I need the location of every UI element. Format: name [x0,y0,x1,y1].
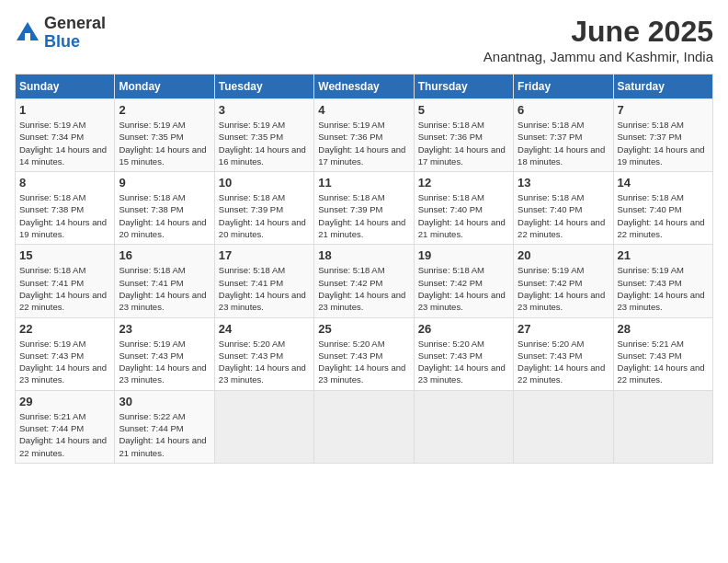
calendar-table: SundayMondayTuesdayWednesdayThursdayFrid… [15,74,713,464]
day-number: 11 [318,176,409,190]
day-info: Sunrise: 5:18 AMSunset: 7:42 PMDaylight:… [318,264,409,313]
calendar-cell: 16Sunrise: 5:18 AMSunset: 7:41 PMDayligh… [115,245,214,317]
calendar-cell: 1Sunrise: 5:19 AMSunset: 7:34 PMDaylight… [16,99,115,172]
day-number: 27 [518,322,609,336]
day-number: 13 [518,176,609,190]
day-info: Sunrise: 5:18 AMSunset: 7:38 PMDaylight:… [19,191,110,240]
day-info: Sunrise: 5:20 AMSunset: 7:43 PMDaylight:… [518,338,609,386]
calendar-cell: 26Sunrise: 5:20 AMSunset: 7:43 PMDayligh… [414,317,513,390]
day-info: Sunrise: 5:18 AMSunset: 7:37 PMDaylight:… [618,119,709,167]
day-number: 3 [219,103,310,117]
day-number: 25 [318,322,409,336]
day-info: Sunrise: 5:20 AMSunset: 7:43 PMDaylight:… [418,338,509,386]
header-tuesday: Tuesday [214,75,313,99]
month-title: June 2025 [483,15,713,49]
header-saturday: Saturday [613,75,712,99]
day-info: Sunrise: 5:18 AMSunset: 7:41 PMDaylight:… [19,264,110,313]
calendar-cell: 5Sunrise: 5:18 AMSunset: 7:36 PMDaylight… [414,99,513,172]
calendar-cell: 22Sunrise: 5:19 AMSunset: 7:43 PMDayligh… [16,317,115,390]
day-number: 17 [219,248,310,262]
day-number: 4 [318,103,409,117]
logo-general: General [44,15,106,33]
day-info: Sunrise: 5:19 AMSunset: 7:43 PMDaylight:… [19,338,110,386]
day-number: 6 [518,103,609,117]
calendar-cell: 8Sunrise: 5:18 AMSunset: 7:38 PMDaylight… [16,172,115,245]
calendar-cell: 25Sunrise: 5:20 AMSunset: 7:43 PMDayligh… [314,317,414,390]
day-info: Sunrise: 5:18 AMSunset: 7:39 PMDaylight:… [219,191,310,240]
day-number: 23 [119,322,210,336]
calendar-cell: 2Sunrise: 5:19 AMSunset: 7:35 PMDaylight… [115,99,214,172]
day-info: Sunrise: 5:19 AMSunset: 7:34 PMDaylight:… [19,119,110,167]
day-number: 24 [219,322,310,336]
day-info: Sunrise: 5:18 AMSunset: 7:42 PMDaylight:… [418,264,509,313]
calendar-cell: 10Sunrise: 5:18 AMSunset: 7:39 PMDayligh… [214,172,313,245]
calendar-week-1: 1Sunrise: 5:19 AMSunset: 7:34 PMDaylight… [16,99,713,172]
calendar-cell: 4Sunrise: 5:19 AMSunset: 7:36 PMDaylight… [314,99,414,172]
calendar-cell: 29Sunrise: 5:21 AMSunset: 7:44 PMDayligh… [16,390,115,463]
day-number: 12 [418,176,509,190]
calendar-cell: 23Sunrise: 5:19 AMSunset: 7:43 PMDayligh… [115,317,214,390]
day-info: Sunrise: 5:19 AMSunset: 7:42 PMDaylight:… [518,264,609,313]
day-info: Sunrise: 5:21 AMSunset: 7:43 PMDaylight:… [618,338,709,386]
calendar-cell: 6Sunrise: 5:18 AMSunset: 7:37 PMDaylight… [514,99,613,172]
day-number: 22 [19,322,110,336]
calendar-cell [514,390,613,463]
calendar-cell: 19Sunrise: 5:18 AMSunset: 7:42 PMDayligh… [414,245,513,317]
calendar-cell: 18Sunrise: 5:18 AMSunset: 7:42 PMDayligh… [314,245,414,317]
day-number: 16 [119,248,210,262]
calendar-cell: 27Sunrise: 5:20 AMSunset: 7:43 PMDayligh… [514,317,613,390]
day-info: Sunrise: 5:18 AMSunset: 7:38 PMDaylight:… [119,191,210,240]
day-number: 28 [618,322,709,336]
day-number: 21 [618,248,709,262]
page-header: General Blue June 2025 Anantnag, Jammu a… [15,15,713,64]
calendar-cell: 14Sunrise: 5:18 AMSunset: 7:40 PMDayligh… [613,172,712,245]
day-number: 14 [618,176,709,190]
header-friday: Friday [514,75,613,99]
header-sunday: Sunday [16,75,115,99]
calendar-cell: 9Sunrise: 5:18 AMSunset: 7:38 PMDaylight… [115,172,214,245]
day-info: Sunrise: 5:22 AMSunset: 7:44 PMDaylight:… [119,410,210,459]
logo-blue: Blue [44,33,106,52]
calendar-cell: 28Sunrise: 5:21 AMSunset: 7:43 PMDayligh… [613,317,712,390]
location-title: Anantnag, Jammu and Kashmir, India [483,49,713,64]
calendar-week-3: 15Sunrise: 5:18 AMSunset: 7:41 PMDayligh… [16,245,713,317]
day-info: Sunrise: 5:20 AMSunset: 7:43 PMDaylight:… [318,338,409,386]
day-number: 18 [318,248,409,262]
svg-rect-1 [25,33,30,40]
day-number: 20 [518,248,609,262]
calendar-cell: 17Sunrise: 5:18 AMSunset: 7:41 PMDayligh… [214,245,313,317]
calendar-cell: 11Sunrise: 5:18 AMSunset: 7:39 PMDayligh… [314,172,414,245]
calendar-cell: 20Sunrise: 5:19 AMSunset: 7:42 PMDayligh… [514,245,613,317]
header-row: SundayMondayTuesdayWednesdayThursdayFrid… [16,75,713,99]
title-area: June 2025 Anantnag, Jammu and Kashmir, I… [483,15,713,64]
calendar-cell: 3Sunrise: 5:19 AMSunset: 7:35 PMDaylight… [214,99,313,172]
calendar-cell: 7Sunrise: 5:18 AMSunset: 7:37 PMDaylight… [613,99,712,172]
logo-icon [15,20,40,46]
day-info: Sunrise: 5:19 AMSunset: 7:35 PMDaylight:… [119,119,210,167]
day-number: 26 [418,322,509,336]
calendar-week-5: 29Sunrise: 5:21 AMSunset: 7:44 PMDayligh… [16,390,713,463]
calendar-cell: 12Sunrise: 5:18 AMSunset: 7:40 PMDayligh… [414,172,513,245]
day-number: 7 [618,103,709,117]
day-number: 5 [418,103,509,117]
day-info: Sunrise: 5:19 AMSunset: 7:35 PMDaylight:… [219,119,310,167]
logo: General Blue [15,15,106,52]
day-info: Sunrise: 5:18 AMSunset: 7:37 PMDaylight:… [518,119,609,167]
header-thursday: Thursday [414,75,513,99]
calendar-cell: 24Sunrise: 5:20 AMSunset: 7:43 PMDayligh… [214,317,313,390]
day-number: 8 [19,176,110,190]
calendar-cell: 30Sunrise: 5:22 AMSunset: 7:44 PMDayligh… [115,390,214,463]
day-info: Sunrise: 5:19 AMSunset: 7:43 PMDaylight:… [618,264,709,313]
day-info: Sunrise: 5:18 AMSunset: 7:41 PMDaylight:… [219,264,310,313]
calendar-cell [613,390,712,463]
header-wednesday: Wednesday [314,75,414,99]
day-number: 19 [418,248,509,262]
day-number: 15 [19,248,110,262]
day-info: Sunrise: 5:19 AMSunset: 7:43 PMDaylight:… [119,338,210,386]
calendar-cell: 13Sunrise: 5:18 AMSunset: 7:40 PMDayligh… [514,172,613,245]
day-info: Sunrise: 5:19 AMSunset: 7:36 PMDaylight:… [318,119,409,167]
day-info: Sunrise: 5:18 AMSunset: 7:36 PMDaylight:… [418,119,509,167]
day-info: Sunrise: 5:18 AMSunset: 7:40 PMDaylight:… [518,191,609,240]
day-number: 29 [19,395,110,408]
day-info: Sunrise: 5:18 AMSunset: 7:39 PMDaylight:… [318,191,409,240]
